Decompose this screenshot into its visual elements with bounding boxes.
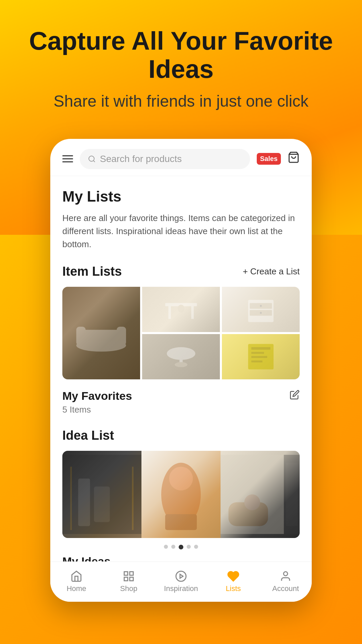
hero-title: Capture All Your Favorite Ideas: [20, 27, 342, 83]
svg-rect-32: [165, 514, 197, 530]
nav-account[interactable]: Account: [259, 567, 312, 596]
lists-icon: [227, 570, 239, 582]
carousel-dots: [62, 545, 300, 549]
dot-2: [171, 545, 175, 549]
svg-point-42: [176, 571, 186, 581]
nav-shop[interactable]: Shop: [103, 567, 155, 596]
svg-line-1: [94, 160, 95, 162]
app-content: My Lists Here are all your favorite thin…: [50, 176, 312, 569]
phone-frame: Search for products Sales My Lists Here …: [50, 139, 312, 602]
page-title: My Lists: [62, 188, 300, 205]
svg-point-31: [169, 467, 193, 491]
svg-point-44: [284, 572, 288, 576]
svg-rect-9: [168, 306, 171, 319]
nav-lists-label: Lists: [226, 584, 241, 593]
svg-rect-38: [124, 572, 128, 576]
idea-image-3: [221, 451, 300, 538]
nav-home-label: Home: [67, 584, 86, 593]
nav-lists[interactable]: Lists: [207, 567, 259, 596]
svg-marker-43: [180, 574, 183, 578]
search-bar[interactable]: Search for products: [80, 149, 250, 169]
shop-icon: [123, 570, 135, 582]
svg-rect-28: [94, 487, 110, 522]
svg-rect-27: [132, 467, 134, 530]
nav-account-label: Account: [272, 584, 299, 593]
list-item-count: 5 Items: [62, 405, 300, 415]
svg-rect-35: [286, 463, 298, 526]
favorites-image-grid: [62, 287, 300, 380]
svg-rect-26: [70, 467, 72, 530]
svg-rect-6: [117, 327, 126, 345]
svg-rect-37: [244, 494, 260, 510]
svg-rect-24: [251, 361, 262, 363]
nav-inspiration-label: Inspiration: [164, 584, 198, 593]
grid-image-table1: [142, 287, 220, 332]
list-meta: My Favorites 5 Items: [62, 389, 300, 415]
svg-rect-23: [251, 356, 267, 358]
page-description: Here are all your favorite things. Items…: [62, 212, 300, 251]
item-lists-header: Item Lists + Create a List: [62, 264, 300, 279]
dot-3-active: [179, 545, 183, 549]
menu-icon[interactable]: [62, 155, 73, 162]
svg-point-19: [175, 362, 187, 367]
inspiration-icon: [175, 570, 187, 582]
svg-rect-39: [130, 572, 133, 576]
dot-5: [194, 545, 198, 549]
svg-point-15: [260, 305, 262, 307]
idea-image-1: [62, 451, 141, 538]
svg-point-16: [260, 312, 262, 314]
nav-home[interactable]: Home: [50, 567, 103, 596]
sales-badge[interactable]: Sales: [257, 153, 281, 165]
search-icon: [88, 155, 96, 163]
create-list-button[interactable]: + Create a List: [243, 266, 300, 277]
dot-4: [187, 545, 191, 549]
search-placeholder-text: Search for products: [100, 154, 182, 164]
home-icon: [70, 570, 82, 582]
item-lists-title: Item Lists: [62, 264, 122, 279]
idea-list-title: Idea List: [62, 428, 300, 443]
svg-point-0: [89, 156, 94, 161]
favorites-list-name: My Favorites: [62, 389, 132, 402]
grid-image-table2: [142, 334, 220, 379]
svg-rect-41: [130, 577, 133, 581]
dot-1: [164, 545, 168, 549]
svg-rect-22: [251, 352, 264, 354]
idea-image-2: [141, 451, 221, 538]
nav-inspiration[interactable]: Inspiration: [155, 567, 207, 596]
edit-list-icon[interactable]: [290, 390, 300, 402]
grid-image-sofa: [62, 287, 140, 380]
grid-image-poster: [222, 334, 300, 379]
account-icon: [280, 570, 292, 582]
svg-rect-10: [191, 306, 194, 319]
svg-rect-4: [79, 330, 123, 345]
hero-subtitle: Share it with friends in just one click: [20, 91, 342, 112]
cart-icon[interactable]: [288, 151, 300, 166]
idea-carousel[interactable]: [62, 451, 300, 538]
bottom-nav: Home Shop Inspiration Lists: [50, 561, 312, 602]
grid-image-drawer: [222, 287, 300, 332]
app-header: Search for products Sales: [50, 139, 312, 176]
svg-rect-11: [178, 305, 184, 313]
svg-rect-5: [76, 327, 86, 345]
svg-rect-29: [78, 479, 90, 526]
list-name-row: My Favorites: [62, 389, 300, 402]
svg-rect-21: [251, 347, 270, 350]
svg-rect-40: [124, 577, 128, 581]
nav-shop-label: Shop: [120, 584, 137, 593]
